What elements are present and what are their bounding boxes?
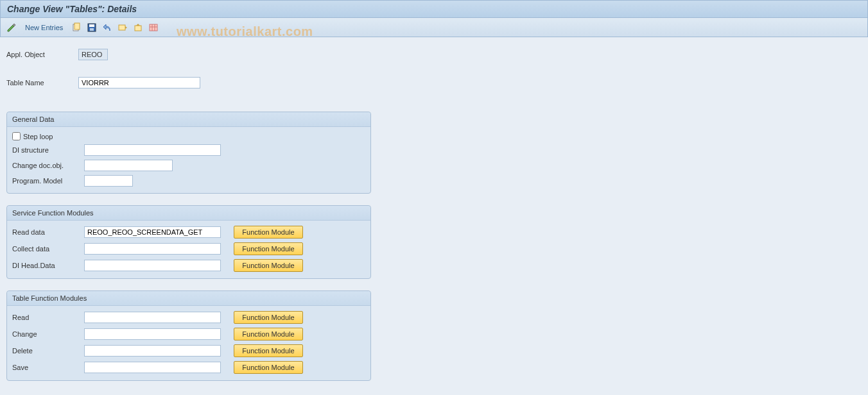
row-tf-read: Read Function Module bbox=[7, 311, 370, 324]
readdata-input[interactable] bbox=[84, 226, 221, 238]
tf-read-input[interactable] bbox=[84, 312, 221, 323]
step-loop-label: Step loop bbox=[23, 133, 53, 140]
row-tf-delete: Delete Function Module bbox=[7, 344, 370, 357]
group-general-data: General Data Step loop DI structure Chan… bbox=[6, 112, 371, 194]
tf-delete-input[interactable] bbox=[84, 345, 221, 357]
copy-icon[interactable] bbox=[71, 22, 82, 33]
progmodel-label: Program. Model bbox=[12, 177, 84, 185]
save-icon[interactable] bbox=[86, 22, 98, 33]
toggle-edit-icon[interactable] bbox=[6, 22, 17, 33]
collectdata-label: Collect data bbox=[12, 245, 84, 253]
tf-save-input[interactable] bbox=[84, 362, 221, 373]
di-structure-input[interactable] bbox=[84, 144, 221, 156]
step-loop-checkbox[interactable] bbox=[12, 132, 21, 140]
tf-change-fm-button[interactable]: Function Module bbox=[234, 328, 303, 340]
tf-delete-fm-button[interactable]: Function Module bbox=[234, 344, 303, 357]
group-table-fm: Table Function Modules Read Function Mod… bbox=[6, 290, 371, 381]
tf-save-fm-button[interactable]: Function Module bbox=[234, 361, 303, 374]
readdata-label: Read data bbox=[12, 228, 84, 236]
diheaddata-input[interactable] bbox=[84, 260, 221, 271]
tf-change-input[interactable] bbox=[84, 328, 221, 340]
transport-icon[interactable] bbox=[117, 22, 128, 33]
readdata-fm-button[interactable]: Function Module bbox=[234, 226, 303, 239]
progmodel-input[interactable] bbox=[84, 175, 133, 187]
page-title: Change View "Tables": Details bbox=[7, 4, 137, 14]
row-progmodel: Program. Model bbox=[7, 175, 370, 187]
changedoc-input[interactable] bbox=[84, 160, 173, 171]
table-name-label: Table Name bbox=[6, 79, 78, 87]
tf-read-label: Read bbox=[12, 314, 84, 321]
group-title-general: General Data bbox=[7, 112, 370, 127]
row-readdata: Read data Function Module bbox=[7, 226, 370, 239]
row-tf-save: Save Function Module bbox=[7, 361, 370, 374]
tf-save-label: Save bbox=[12, 364, 84, 371]
row-tf-change: Change Function Module bbox=[7, 328, 370, 340]
row-changedoc: Change doc.obj. bbox=[7, 160, 370, 171]
group-title-service-fm: Service Function Modules bbox=[7, 206, 370, 221]
di-structure-label: DI structure bbox=[12, 146, 84, 154]
tf-change-label: Change bbox=[12, 330, 84, 338]
undo-icon[interactable] bbox=[101, 22, 113, 33]
appl-object-label: Appl. Object bbox=[6, 51, 78, 58]
toolbar: New Entries bbox=[0, 18, 868, 37]
export-icon[interactable] bbox=[132, 22, 144, 33]
svg-rect-7 bbox=[150, 24, 157, 31]
appl-object-value: REOO bbox=[78, 49, 108, 60]
group-title-table-fm: Table Function Modules bbox=[7, 291, 370, 306]
diheaddata-label: DI Head.Data bbox=[12, 262, 84, 269]
content-area: Appl. Object REOO Table Name General Dat… bbox=[0, 37, 868, 387]
svg-rect-6 bbox=[135, 26, 141, 31]
row-appl-object: Appl. Object REOO bbox=[6, 49, 862, 60]
svg-rect-1 bbox=[74, 23, 80, 29]
row-collectdata: Collect data Function Module bbox=[7, 242, 370, 255]
row-di-structure: DI structure bbox=[7, 144, 370, 156]
tf-delete-label: Delete bbox=[12, 347, 84, 355]
collectdata-input[interactable] bbox=[84, 243, 221, 255]
svg-rect-4 bbox=[90, 28, 94, 31]
svg-rect-5 bbox=[119, 25, 125, 30]
row-diheaddata: DI Head.Data Function Module bbox=[7, 259, 370, 272]
tf-read-fm-button[interactable]: Function Module bbox=[234, 311, 303, 324]
collectdata-fm-button[interactable]: Function Module bbox=[234, 242, 303, 255]
table-settings-icon[interactable] bbox=[148, 22, 159, 33]
row-table-name: Table Name bbox=[6, 77, 862, 88]
diheaddata-fm-button[interactable]: Function Module bbox=[234, 259, 303, 272]
group-service-fm: Service Function Modules Read data Funct… bbox=[6, 205, 371, 279]
table-name-input[interactable] bbox=[78, 77, 200, 88]
new-entries-button[interactable]: New Entries bbox=[21, 24, 67, 31]
changedoc-label: Change doc.obj. bbox=[12, 162, 84, 169]
title-bar: Change View "Tables": Details bbox=[0, 0, 868, 18]
svg-rect-3 bbox=[89, 24, 94, 27]
row-step-loop: Step loop bbox=[7, 132, 370, 140]
